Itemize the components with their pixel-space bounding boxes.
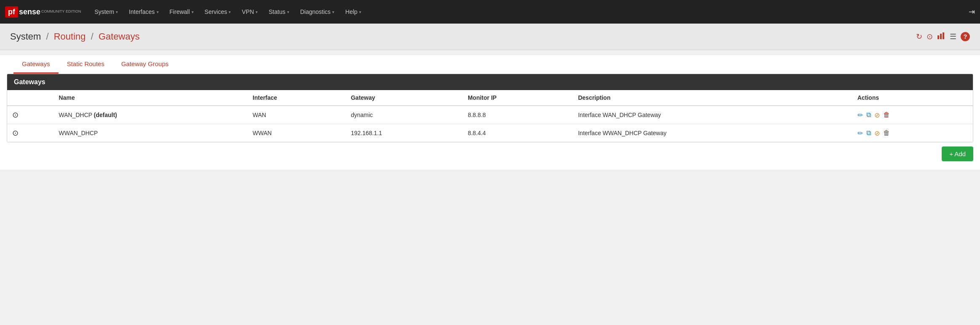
block-icon[interactable]: ⊘	[874, 129, 880, 137]
main-content: Gateways Static Routes Gateway Groups Ga…	[0, 55, 980, 170]
nav-menu: System ▾ Interfaces ▾ Firewall ▾ Service…	[89, 5, 366, 19]
row-gateway: 192.168.1.1	[346, 124, 463, 142]
table-header: Name Interface Gateway Monitor IP Descri…	[7, 90, 973, 106]
chevron-down-icon: ▾	[359, 10, 361, 14]
table-row: ⊙ WAN_DHCP (default) WAN dynamic 8.8.8.8…	[7, 106, 973, 124]
svg-rect-2	[943, 32, 944, 39]
gateway-default-label: (default)	[94, 112, 117, 118]
row-interface: WAN	[248, 106, 346, 124]
row-status: ⊙	[7, 124, 54, 142]
row-monitor-ip: 8.8.8.8	[463, 106, 573, 124]
gateways-section: Gateways Name Interface Gateway Monitor …	[7, 74, 973, 142]
sense-logo: sense	[19, 8, 40, 16]
breadcrumb-sep-2: /	[91, 31, 96, 42]
help-icon[interactable]: ?	[961, 32, 970, 41]
row-interface: WWAN	[248, 124, 346, 142]
list-icon[interactable]: ☰	[950, 32, 956, 41]
tab-gateways[interactable]: Gateways	[13, 55, 59, 74]
row-actions: ✏ ⧉ ⊘ 🗑	[852, 124, 973, 142]
navbar: pfsense COMMUNITY EDITION System ▾ Inter…	[0, 0, 980, 24]
block-icon[interactable]: ⊘	[874, 111, 880, 119]
nav-item-firewall[interactable]: Firewall ▾	[165, 5, 199, 19]
breadcrumb-sep-1: /	[46, 31, 51, 42]
nav-item-interfaces[interactable]: Interfaces ▾	[124, 5, 163, 19]
row-description: Interface WWAN_DHCP Gateway	[573, 124, 852, 142]
row-gateway: dynamic	[346, 106, 463, 124]
actions-cell: ✏ ⧉ ⊘ 🗑	[858, 111, 968, 119]
nav-item-system[interactable]: System ▾	[89, 5, 123, 19]
svg-rect-0	[937, 35, 939, 39]
row-description: Interface WAN_DHCP Gateway	[573, 106, 852, 124]
stop-icon[interactable]: ⊙	[927, 32, 933, 41]
nav-item-diagnostics[interactable]: Diagnostics ▾	[295, 5, 339, 19]
chevron-down-icon: ▾	[256, 10, 258, 14]
brand-sub: COMMUNITY EDITION	[41, 9, 81, 13]
gateway-name: WAN_DHCP (default)	[59, 112, 117, 118]
tab-gateway-groups[interactable]: Gateway Groups	[113, 55, 177, 74]
col-monitor-ip: Monitor IP	[463, 90, 573, 106]
col-description: Description	[573, 90, 852, 106]
tab-static-routes[interactable]: Static Routes	[59, 55, 113, 74]
chevron-down-icon: ▾	[332, 10, 334, 14]
gateway-name: WWAN_DHCP	[59, 130, 98, 136]
chevron-down-icon: ▾	[157, 10, 159, 14]
edit-icon[interactable]: ✏	[858, 129, 863, 137]
pf-logo: pf	[5, 6, 18, 18]
row-status: ⊙	[7, 106, 54, 124]
nav-item-status[interactable]: Status ▾	[264, 5, 294, 19]
nav-item-help[interactable]: Help ▾	[340, 5, 366, 19]
section-title: Gateways	[7, 74, 973, 90]
delete-icon[interactable]: 🗑	[883, 111, 890, 119]
copy-icon[interactable]: ⧉	[866, 111, 871, 119]
chevron-down-icon: ▾	[229, 10, 231, 14]
chevron-down-icon: ▾	[116, 10, 118, 14]
gateways-table: Name Interface Gateway Monitor IP Descri…	[7, 90, 973, 142]
nav-item-services[interactable]: Services ▾	[200, 5, 236, 19]
status-check-icon: ⊙	[12, 129, 19, 137]
edit-icon[interactable]: ✏	[858, 111, 863, 119]
col-gateway: Gateway	[346, 90, 463, 106]
breadcrumb-gateways[interactable]: Gateways	[99, 31, 140, 42]
col-status	[7, 90, 54, 106]
table-row: ⊙ WWAN_DHCP WWAN 192.168.1.1 8.8.4.4 Int…	[7, 124, 973, 142]
col-interface: Interface	[248, 90, 346, 106]
rrd-chart-icon	[937, 32, 945, 40]
breadcrumb-routing[interactable]: Routing	[54, 31, 86, 42]
copy-icon[interactable]: ⧉	[866, 129, 871, 137]
status-check-icon: ⊙	[12, 111, 19, 119]
delete-icon[interactable]: 🗑	[883, 129, 890, 137]
add-button[interactable]: + Add	[942, 147, 973, 161]
chevron-down-icon: ▾	[192, 10, 194, 14]
nav-logout-icon[interactable]: ⇥	[969, 7, 975, 16]
breadcrumb-bar: System / Routing / Gateways ↻ ⊙ ☰ ?	[0, 24, 980, 50]
reload-icon[interactable]: ↻	[916, 32, 922, 41]
tabs-bar: Gateways Static Routes Gateway Groups	[7, 55, 973, 74]
nav-item-vpn[interactable]: VPN ▾	[237, 5, 263, 19]
chevron-down-icon: ▾	[287, 10, 289, 14]
chart-icon[interactable]	[937, 32, 945, 42]
row-name: WAN_DHCP (default)	[54, 106, 248, 124]
row-monitor-ip: 8.8.4.4	[463, 124, 573, 142]
table-body: ⊙ WAN_DHCP (default) WAN dynamic 8.8.8.8…	[7, 106, 973, 142]
breadcrumb-actions: ↻ ⊙ ☰ ?	[916, 32, 970, 42]
breadcrumb-system: System	[10, 31, 41, 42]
row-actions: ✏ ⧉ ⊘ 🗑	[852, 106, 973, 124]
col-actions: Actions	[852, 90, 973, 106]
svg-rect-1	[940, 34, 942, 39]
breadcrumb: System / Routing / Gateways	[10, 31, 140, 42]
actions-cell: ✏ ⧉ ⊘ 🗑	[858, 129, 968, 137]
add-button-row: + Add	[7, 142, 973, 163]
row-name: WWAN_DHCP	[54, 124, 248, 142]
col-name: Name	[54, 90, 248, 106]
brand-logo[interactable]: pfsense COMMUNITY EDITION	[5, 6, 81, 18]
